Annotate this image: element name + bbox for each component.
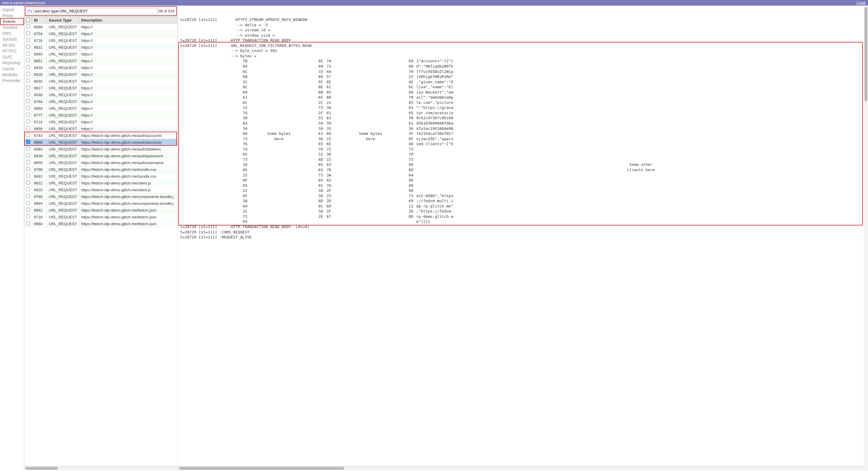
row-checkbox[interactable]	[26, 181, 30, 184]
row-desc: https://	[80, 112, 178, 119]
row-checkbox[interactable]	[26, 31, 30, 35]
row-desc: https://fedcm-idp-demo.glitch.me/fedcm.j…	[80, 220, 178, 227]
row-checkbox[interactable]	[26, 153, 30, 157]
table-row[interactable]: 8869URL_REQUESThttps://	[25, 105, 178, 112]
table-row[interactable]: 8788URL_REQUESThttps://fedcm-idp-demo.gl…	[25, 166, 178, 173]
row-checkbox[interactable]	[26, 99, 30, 103]
table-row[interactable]: 8926URL_REQUESThttps://	[25, 71, 178, 78]
row-checkbox[interactable]	[26, 167, 30, 171]
select-all-checkbox[interactable]	[26, 18, 30, 22]
vscrollbar[interactable]	[864, 6, 868, 470]
row-checkbox[interactable]	[26, 52, 30, 56]
row-checkbox[interactable]	[26, 133, 30, 137]
table-row[interactable]: 8968URL_REQUESThttps://fedcm-idp-demo.gl…	[25, 139, 178, 146]
row-checkbox[interactable]	[26, 92, 30, 96]
table-row[interactable]: 8822URL_REQUESThttps://fedcm-idp-demo.gl…	[25, 180, 178, 187]
filter-count: 56 of 524	[159, 9, 175, 13]
filter-help-link[interactable]: (?)	[27, 9, 32, 13]
table-row[interactable]: 8718URL_REQUESThttps://fedcm-idp-demo.gl…	[25, 214, 178, 220]
row-checkbox[interactable]	[26, 120, 30, 123]
table-row[interactable]: 8631URL_REQUESThttps://	[25, 44, 178, 51]
sidebar-item-cache[interactable]: Cache	[0, 66, 24, 72]
row-id: 8822	[32, 180, 47, 187]
row-checkbox[interactable]	[26, 65, 30, 69]
row-desc: https://	[80, 37, 178, 44]
table-row[interactable]: 8790URL_REQUESThttps://fedcm-idp-demo.gl…	[25, 193, 178, 200]
sidebar-item-alt-svc[interactable]: Alt-Svc	[0, 42, 24, 48]
table-row[interactable]: 8920URL_REQUESThttps://fedcm-idp-demo.gl…	[25, 187, 178, 193]
sidebar-item-reporting[interactable]: Reporting	[0, 60, 24, 66]
table-row[interactable]: 8754URL_REQUESThttps://	[25, 30, 178, 37]
table-row[interactable]: 8892URL_REQUESThttps://fedcm-idp-demo.gl…	[25, 173, 178, 180]
sidebar-item-modules[interactable]: Modules	[0, 72, 24, 77]
vscroll-thumb[interactable]	[864, 7, 867, 101]
table-row[interactable]: 8777URL_REQUESThttps://	[25, 112, 178, 119]
row-checkbox[interactable]	[26, 106, 30, 110]
sidebar-item-dns[interactable]: DNS	[0, 30, 24, 36]
table-row[interactable]: 8855URL_REQUESThttps://fedcm-idp-demo.gl…	[25, 159, 178, 166]
sidebar-item-http/2[interactable]: HTTP/2	[0, 48, 24, 54]
events-table-wrap[interactable]: ID Source Type Description 8568URL_REQUE…	[24, 17, 178, 466]
filter-input[interactable]	[33, 8, 157, 14]
row-checkbox[interactable]	[26, 201, 30, 205]
sidebar-item-proxy[interactable]: Proxy	[0, 13, 24, 19]
row-checkbox[interactable]	[26, 45, 30, 49]
row-checkbox[interactable]	[26, 126, 30, 130]
sidebar-item-events[interactable]: Events	[0, 18, 24, 25]
detail-hscrollbar[interactable]	[178, 466, 868, 470]
row-desc: https://	[80, 44, 178, 51]
row-checkbox[interactable]	[26, 194, 30, 198]
row-checkbox[interactable]	[26, 215, 30, 218]
hex-row: 303362380c52c473bfcdb168	[180, 115, 866, 121]
row-checkbox[interactable]	[26, 72, 30, 76]
table-row[interactable]: 8958URL_REQUESThttps://	[25, 125, 178, 132]
row-checkbox[interactable]	[26, 208, 30, 212]
row-checkbox[interactable]	[26, 86, 30, 89]
row-checkbox[interactable]	[26, 113, 30, 117]
col-description[interactable]: Description	[80, 17, 178, 24]
table-row[interactable]: 8938URL_REQUESThttps://fedcm-idp-demo.gl…	[25, 153, 178, 159]
detail-hscroll-thumb[interactable]	[179, 467, 344, 470]
col-id[interactable]: ID	[32, 17, 47, 24]
sidebar-item-import[interactable]: Import	[0, 7, 24, 13]
sidebar-item-quic[interactable]: QUIC	[0, 54, 24, 60]
table-row[interactable]: 8589URL_REQUESThttps://	[25, 92, 178, 98]
row-checkbox[interactable]	[26, 140, 30, 144]
sidebar-item-prerender[interactable]: Prerender	[0, 77, 24, 84]
row-checkbox[interactable]	[26, 58, 30, 62]
sidebar-item-timeline[interactable]: Timeline	[0, 25, 24, 30]
table-row[interactable]: 8726URL_REQUESThttps://	[25, 37, 178, 44]
table-row[interactable]: 8894URL_REQUESThttps://fedcm-idp-demo.gl…	[25, 200, 178, 207]
table-row[interactable]: 8984URL_REQUESThttps://fedcm-idp-demo.gl…	[25, 146, 178, 153]
row-checkbox[interactable]	[26, 38, 30, 42]
row-checkbox[interactable]	[26, 187, 30, 191]
detail-panel[interactable]: t=28720 [st=111] HTTP2_STREAM_UPDATE_REC…	[178, 6, 868, 470]
code-link[interactable]: Code	[857, 1, 866, 5]
table-row[interactable]: 8617URL_REQUESThttps://	[25, 85, 178, 92]
hex-row: 7B6E7469{"accounts":[{"i	[180, 58, 866, 64]
table-row[interactable]: 8851URL_REQUESThttps://	[25, 58, 178, 64]
table-row[interactable]: 8568URL_REQUESThttps://	[25, 24, 178, 30]
row-checkbox[interactable]	[26, 160, 30, 164]
row-type: URL_REQUEST	[47, 71, 80, 78]
table-row[interactable]: 8960URL_REQUESThttps://fedcm-idp-demo.gl…	[25, 220, 178, 227]
table-row[interactable]: 8830URL_REQUESThttps://	[25, 78, 178, 85]
col-source-type[interactable]: Source Type	[47, 17, 80, 24]
row-checkbox[interactable]	[26, 79, 30, 83]
row-checkbox[interactable]	[26, 174, 30, 178]
table-row[interactable]: 8893URL_REQUESThttps://	[25, 51, 178, 58]
row-id: 8754	[32, 30, 47, 37]
hex-row: 6F65636D	[180, 178, 866, 183]
sidebar-item-sockets[interactable]: Sockets	[0, 36, 24, 42]
table-row[interactable]: 8764URL_REQUESThttps://	[25, 98, 178, 105]
table-row[interactable]: 8743URL_REQUESThttps://fedcm-idp-demo.gl…	[25, 132, 178, 139]
table-row[interactable]: 8716URL_REQUESThttps://	[25, 119, 178, 125]
row-checkbox[interactable]	[26, 25, 30, 28]
row-checkbox[interactable]	[26, 221, 30, 225]
table-row[interactable]: 8939URL_REQUESThttps://	[25, 64, 178, 71]
table-row[interactable]: 8682URL_REQUESThttps://fedcm-idp-demo.gl…	[25, 207, 178, 214]
hscrollbar[interactable]	[24, 466, 178, 470]
row-checkbox[interactable]	[26, 147, 30, 151]
row-id: 8726	[32, 37, 47, 44]
hscroll-thumb[interactable]	[25, 467, 58, 470]
